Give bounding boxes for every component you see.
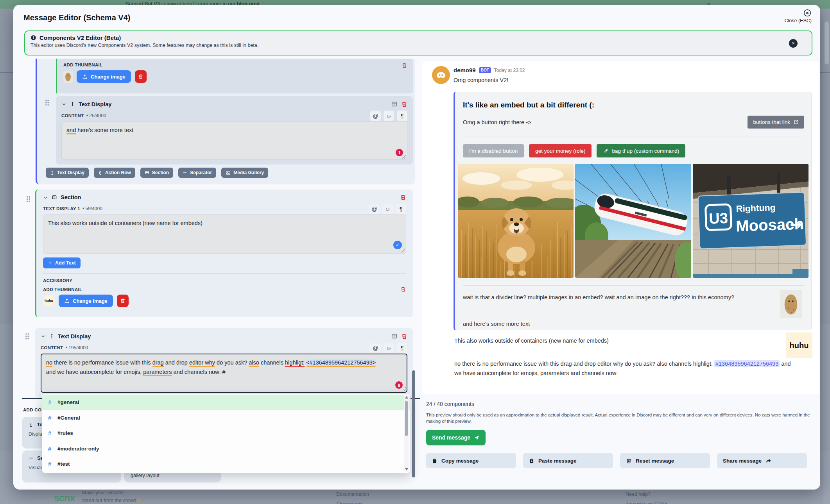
footer-link-documentation[interactable]: Documentation xyxy=(336,491,369,497)
reset-message-button[interactable]: Reset message xyxy=(620,453,710,468)
paragraph-button[interactable]: ¶ xyxy=(397,343,407,353)
drag-handle[interactable] xyxy=(26,196,30,202)
footer-link-need-help[interactable]: Need help? xyxy=(626,491,651,497)
mention-insert-button[interactable]: @ xyxy=(370,111,381,121)
container-divider xyxy=(463,136,804,136)
add-text-display-button[interactable]: Text Display xyxy=(46,168,89,178)
trash-icon xyxy=(120,298,125,304)
add-media-gallery-button[interactable]: Media Gallery xyxy=(221,168,268,178)
add-action-row-button[interactable]: Action Row xyxy=(94,168,135,178)
u3-sign-image[interactable]: U3 Rightung Moosach → xyxy=(693,164,808,278)
change-image-button[interactable]: Change image xyxy=(77,70,131,83)
autocomplete-item-general[interactable]: ##general xyxy=(42,395,410,410)
autocomplete-item-test[interactable]: ##test xyxy=(42,456,410,472)
dropdown-scrollbar-thumb[interactable] xyxy=(405,401,408,436)
chevron-down-icon[interactable] xyxy=(43,195,48,200)
username[interactable]: demo99 xyxy=(454,67,476,73)
danger-button[interactable]: get your money (role) xyxy=(529,144,592,157)
add-thumbnail-label: ADD THUMBNAIL xyxy=(43,287,82,292)
autocomplete-item-General[interactable]: ##General xyxy=(42,410,410,426)
copy-message-button[interactable]: Copy message xyxy=(426,453,516,468)
drag-handle[interactable] xyxy=(25,333,29,340)
emoji-insert-button[interactable]: ☺ xyxy=(384,111,394,121)
beta-notice-banner: Components V2 Editor (Beta) This editor … xyxy=(24,30,812,55)
separator-icon xyxy=(183,170,187,175)
channel-autocomplete-dropdown: ##general ##General ##rules ##moderator-… xyxy=(42,393,411,473)
trash-icon[interactable] xyxy=(402,63,407,68)
trash-icon[interactable] xyxy=(400,286,406,292)
dog-image[interactable] xyxy=(458,164,574,278)
footer-link-changelogs[interactable]: Changelogs xyxy=(336,502,362,504)
close-circle-icon xyxy=(803,9,812,17)
section-textarea[interactable]: This also works outside of containers (n… xyxy=(43,214,406,254)
link-button[interactable]: buttons that link xyxy=(748,116,804,129)
disabled-button: I'm a disabled button xyxy=(463,144,524,157)
autocomplete-item-rules[interactable]: ##rules xyxy=(42,425,410,441)
scnx-logo: scnx xyxy=(54,492,75,504)
mention-insert-button[interactable]: @ xyxy=(370,343,381,353)
u3-badge-text: U3 xyxy=(708,210,728,227)
trash-icon[interactable] xyxy=(401,333,407,340)
chevron-down-icon[interactable] xyxy=(61,102,66,107)
paragraph-button[interactable]: ¶ xyxy=(396,204,406,214)
scroll-up-arrow[interactable] xyxy=(405,396,408,399)
message-text: Omg components V2! xyxy=(454,77,508,83)
remove-image-button[interactable] xyxy=(135,70,147,83)
paragraph-button[interactable]: ¶ xyxy=(397,111,407,121)
footer-link-advertise[interactable]: Advertise on SCNX xyxy=(626,502,668,504)
beta-dismiss-button[interactable]: × xyxy=(789,39,798,48)
preview-paragraph: no there is no performance issue with th… xyxy=(454,359,798,378)
text-display-icon xyxy=(70,101,75,107)
chevron-down-icon[interactable] xyxy=(41,334,46,339)
success-button[interactable]: bag tf up (custom command) xyxy=(597,144,685,157)
paste-message-button[interactable]: Paste message xyxy=(523,453,613,468)
valid-check-badge: ✓ xyxy=(393,241,402,249)
change-image-button[interactable]: Change image xyxy=(59,295,113,307)
table-icon[interactable] xyxy=(391,101,398,107)
scroll-down-arrow[interactable] xyxy=(405,468,408,470)
train-image[interactable] xyxy=(575,164,691,278)
block-title: Text Display xyxy=(79,101,111,107)
resize-handle[interactable] xyxy=(402,155,406,159)
add-text-button[interactable]: Add Text xyxy=(43,257,81,268)
channel-mention[interactable]: #1364895964212756493 xyxy=(714,360,780,367)
plus-icon xyxy=(48,261,52,265)
autocomplete-item-moderator-only[interactable]: ##moderator-only xyxy=(42,441,410,457)
sparkle-icon xyxy=(137,499,141,503)
bot-badge: BOT xyxy=(479,67,491,73)
modal-close-button[interactable]: Close (ESC) xyxy=(785,9,812,23)
add-separator-button[interactable]: Separator xyxy=(178,168,216,178)
huhu-accessory-image[interactable]: huhu xyxy=(786,332,812,358)
page-scrollbar-thumb[interactable] xyxy=(825,21,829,64)
section-divider xyxy=(43,273,406,273)
dropdown-scrollbar[interactable] xyxy=(404,395,409,472)
emoji-insert-button[interactable]: ☺ xyxy=(384,343,394,353)
share-arrow-icon xyxy=(765,458,772,464)
table-icon[interactable] xyxy=(391,333,398,340)
content-textarea[interactable]: and here's some more text 1 xyxy=(61,122,407,160)
share-message-button[interactable]: Share message xyxy=(717,453,807,468)
trash-icon[interactable] xyxy=(401,101,407,107)
editor-scrollbar-thumb[interactable] xyxy=(412,370,415,477)
remove-image-button[interactable] xyxy=(117,295,129,307)
content-textarea-focused[interactable]: no there is no performance issue with th… xyxy=(41,354,407,393)
content-label: CONTENT xyxy=(61,113,84,118)
block-title: Section xyxy=(61,194,81,200)
mention-insert-button[interactable]: @ xyxy=(369,204,380,214)
accessory-label: ACCESSORY xyxy=(43,278,406,283)
potato-accessory-image[interactable] xyxy=(778,290,803,318)
emoji-insert-button[interactable]: ☺ xyxy=(382,204,393,214)
drag-handle[interactable] xyxy=(45,99,49,106)
clipboard-icon xyxy=(432,458,437,464)
add-section-button[interactable]: Section xyxy=(140,168,173,178)
resize-handle[interactable] xyxy=(402,387,406,391)
send-message-button[interactable]: Send message xyxy=(426,430,486,445)
page-scrollbar[interactable] xyxy=(823,9,830,504)
footer-tagline: stand out from the crowd xyxy=(82,498,140,503)
hash-icon: # xyxy=(48,430,54,436)
block-title: Text Display xyxy=(58,333,91,340)
u3-arrow: → xyxy=(789,216,802,233)
resize-handle[interactable] xyxy=(401,248,405,252)
trash-icon[interactable] xyxy=(400,194,406,200)
section-block: Section TEXT DISPLAY 1 • 59/4000 @ ☺ ¶ T… xyxy=(35,189,413,317)
